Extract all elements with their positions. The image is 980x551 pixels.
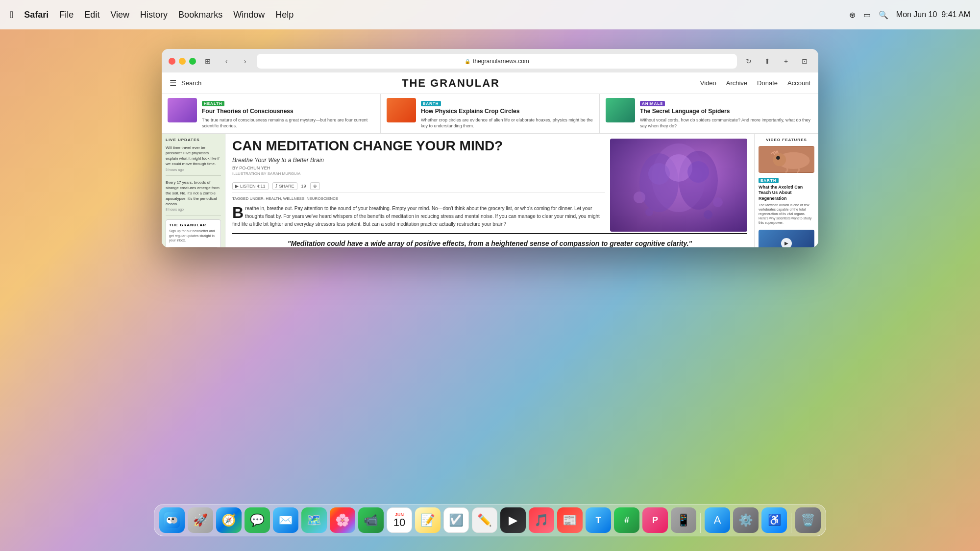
browser-chrome: ⊞ ‹ › 🔒 thegranularnews.com ↻ ⬆ + ⊡ — [162, 49, 818, 72]
featured-article-spiders[interactable]: ANIMALS The Secret Language of Spiders W… — [600, 94, 818, 133]
reload-button[interactable]: ↻ — [742, 54, 756, 68]
featured-text-consciousness: HEALTH Four Theories of Consciousness Th… — [202, 98, 374, 129]
featured-article-consciousness[interactable]: HEALTH Four Theories of Consciousness Th… — [162, 94, 381, 133]
pages-icon: P — [652, 515, 658, 526]
apple-logo-icon[interactable]:  — [10, 9, 13, 21]
menubar-item-view[interactable]: View — [110, 10, 129, 20]
listen-button[interactable]: ▶ LISTEN 4:11 — [232, 182, 269, 190]
main-article: CAN MEDITATION CHANGE YOUR MIND? Breathe… — [225, 134, 755, 247]
tag-health-consciousness: HEALTH — [202, 101, 224, 106]
translate-icon: T — [596, 515, 601, 526]
freeform-icon: ✏️ — [477, 513, 492, 527]
new-tab-button[interactable]: + — [779, 54, 793, 68]
dock-icon-appstore[interactable]: A — [705, 507, 730, 533]
nav-hamburger-icon[interactable]: ☰ — [170, 78, 176, 88]
accessibility-icon: ♿ — [768, 514, 781, 527]
video-desc-axolotl: The Mexican axolotl is one of few verteb… — [759, 203, 814, 225]
maximize-button[interactable] — [189, 58, 196, 65]
listen-label: LISTEN 4:11 — [240, 184, 266, 189]
dock-icon-news[interactable]: 📰 — [557, 507, 583, 533]
dock-icon-accessibility[interactable]: ♿ — [761, 507, 787, 533]
menubar-item-edit[interactable]: Edit — [84, 10, 99, 20]
tab-overview-button[interactable]: ⊡ — [798, 54, 811, 68]
live-update-time-1: 5 hours ago — [166, 168, 221, 171]
address-bar[interactable]: 🔒 thegranularnews.com — [257, 54, 737, 69]
tag-animals-spiders: ANIMALS — [640, 101, 665, 106]
featured-img-consciousness — [168, 98, 197, 122]
menubar-item-window[interactable]: Window — [233, 10, 265, 20]
svg-point-7 — [713, 197, 723, 207]
dock-icon-finder[interactable] — [159, 507, 185, 533]
featured-articles-row: HEALTH Four Theories of Consciousness Th… — [162, 94, 818, 134]
newsletter-email-input[interactable] — [169, 247, 218, 247]
nav-search-button[interactable]: Search — [181, 79, 201, 87]
nav-archive[interactable]: Archive — [726, 79, 747, 87]
dock-icon-settings[interactable]: ⚙️ — [733, 507, 759, 533]
dock-icon-facetime[interactable]: 📹 — [358, 507, 384, 533]
launchpad-icon: 🚀 — [193, 513, 208, 527]
menubar-date-time: Mon Jun 10 9:41 AM — [896, 10, 970, 19]
video-card-axolotl[interactable]: EARTH What the Axolotl Can Teach Us Abou… — [759, 146, 814, 225]
live-update-1[interactable]: Will time travel ever be possible? Five … — [166, 145, 221, 176]
dock-icon-launchpad[interactable]: 🚀 — [188, 507, 213, 533]
minimize-button[interactable] — [179, 58, 186, 65]
dock-icon-maps[interactable]: 🗺️ — [301, 507, 327, 533]
menubar-item-safari[interactable]: Safari — [24, 10, 49, 20]
browser-window: ⊞ ‹ › 🔒 thegranularnews.com ↻ ⬆ + ⊡ ☰ Se… — [162, 49, 818, 247]
forward-button[interactable]: › — [238, 54, 252, 68]
video-thumb-axolotl — [759, 146, 814, 173]
nav-account[interactable]: Account — [787, 79, 810, 87]
share-icon: ⤴ — [275, 184, 278, 189]
menubar:  Safari File Edit View History Bookmark… — [0, 0, 980, 29]
dock-icon-photos[interactable]: 🌸 — [330, 507, 355, 533]
dock-icon-pages[interactable]: P — [642, 507, 668, 533]
menubar-item-history[interactable]: History — [140, 10, 168, 20]
nav-video[interactable]: Video — [700, 79, 716, 87]
live-update-2[interactable]: Every 17 years, broods of strange creatu… — [166, 180, 221, 216]
share-article-button[interactable]: ⤴ SHARE — [272, 182, 297, 190]
pullquote: "Meditation could have a wide array of p… — [232, 233, 747, 247]
share-label: SHARE — [279, 184, 294, 189]
numbers-icon: # — [624, 515, 629, 526]
menubar-search-icon[interactable]: 🔍 — [879, 10, 888, 20]
dock-icon-safari[interactable]: 🧭 — [216, 507, 242, 533]
dock-icon-mirroring[interactable]: 📱 — [671, 507, 696, 533]
svg-point-18 — [172, 518, 174, 520]
facetime-icon: 📹 — [364, 513, 378, 527]
featured-article-crop[interactable]: EARTH How Physics Explains Crop Circles … — [381, 94, 600, 133]
music-icon: 🎵 — [534, 513, 549, 527]
drop-cap: B — [232, 207, 244, 219]
dock-icon-notes[interactable]: 📝 — [415, 507, 441, 533]
dock-separator — [700, 513, 701, 533]
svg-point-12 — [773, 153, 786, 166]
menubar-item-bookmarks[interactable]: Bookmarks — [178, 10, 222, 20]
nav-donate[interactable]: Donate — [757, 79, 778, 87]
dock-icon-reminders[interactable]: ☑️ — [443, 507, 469, 533]
live-update-text-1: Will time travel ever be possible? Five … — [166, 145, 221, 167]
dock-icon-music[interactable]: 🎵 — [529, 507, 554, 533]
back-button[interactable]: ‹ — [220, 54, 233, 68]
play-button-blue[interactable]: ▶ — [781, 238, 792, 247]
dock-icon-numbers[interactable]: # — [614, 507, 639, 533]
comment-count[interactable]: 19 — [301, 184, 306, 189]
dock-icon-messages[interactable]: 💬 — [245, 507, 270, 533]
svg-point-9 — [704, 210, 712, 219]
share-button[interactable]: ⬆ — [760, 54, 774, 68]
menubar-item-help[interactable]: Help — [275, 10, 294, 20]
bookmark-button[interactable]: ⊕ — [310, 182, 320, 190]
dock-icon-calendar[interactable]: JUN 10 — [387, 507, 412, 533]
svg-point-16 — [171, 517, 177, 524]
video-card-blue[interactable]: ▶ — [759, 230, 814, 247]
dock-icon-trash[interactable]: 🗑️ — [795, 507, 821, 533]
dock-icon-translate[interactable]: T — [586, 507, 611, 533]
dock-icon-appletv[interactable]: ▶ — [500, 507, 526, 533]
video-title-axolotl: What the Axolotl Can Teach Us About Rege… — [759, 185, 814, 202]
dock-icon-freeform[interactable]: ✏️ — [472, 507, 497, 533]
sidebar-toggle-button[interactable]: ⊞ — [201, 54, 215, 68]
featured-img-crop — [387, 98, 416, 122]
close-button[interactable] — [169, 58, 175, 65]
menubar-item-file[interactable]: File — [59, 10, 74, 20]
featured-title-crop: How Physics Explains Crop Circles — [421, 108, 593, 116]
dock-icon-mail[interactable]: ✉️ — [273, 507, 298, 533]
video-thumb-blue: ▶ — [759, 230, 814, 247]
